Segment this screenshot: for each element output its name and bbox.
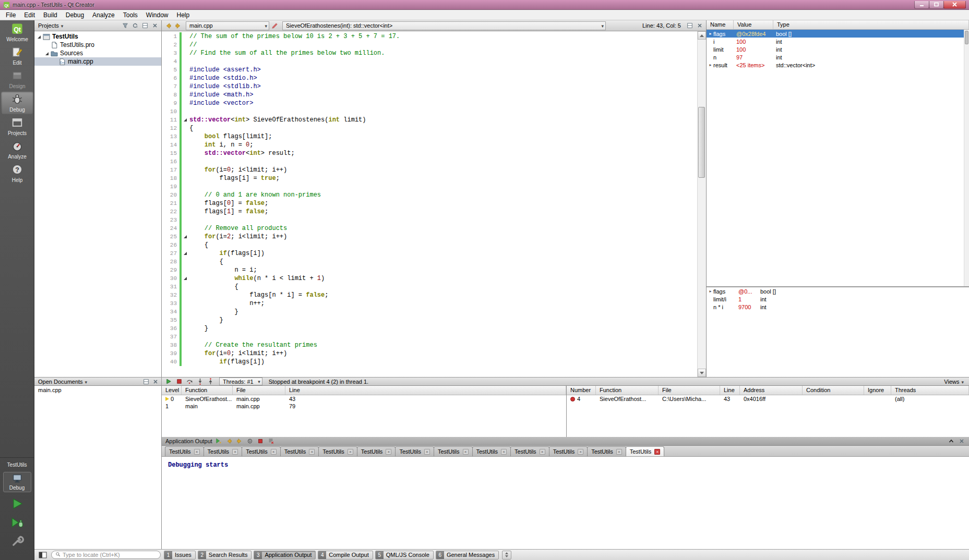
column-header-threads[interactable]: Threads [891,386,969,395]
output-tab-10[interactable]: TestUtils× [549,446,588,456]
mode-design[interactable]: Design [1,68,33,91]
column-header-type[interactable]: Type [773,20,969,29]
code-line-6[interactable]: 6#include <stdio.h> [162,74,697,82]
column-header-ignore[interactable]: Ignore [864,386,891,395]
output-tab-0[interactable]: TestUtils× [165,446,204,456]
menu-file[interactable]: File [2,10,20,20]
breakpoint-icon[interactable] [570,397,575,401]
pane-button-qml-js-console[interactable]: 5QML/JS Console [375,551,434,559]
code-line-20[interactable]: 20 // 0 and 1 are known non-primes [162,191,697,199]
line-number[interactable]: 3 [162,49,180,57]
code-line-21[interactable]: 21 flags[0] = false; [162,199,697,208]
code-line-4[interactable]: 4 [162,57,697,66]
line-number[interactable]: 18 [162,174,180,182]
line-number[interactable]: 12 [162,124,180,132]
step-out-icon[interactable] [206,378,214,385]
split-editor-icon[interactable] [685,21,694,30]
line-number[interactable]: 10 [162,107,180,116]
clear-output-icon[interactable] [267,437,275,445]
tab-close-icon[interactable]: × [194,449,200,455]
code-line-7[interactable]: 7#include <stdlib.h> [162,82,697,91]
code-line-25[interactable]: 25 for(i=2; i<limit; i++) [162,233,697,241]
line-number[interactable]: 6 [162,74,180,82]
line-number[interactable]: 13 [162,132,180,141]
tab-close-icon[interactable]: × [232,449,238,455]
locator[interactable] [51,551,161,559]
stop-debugger-icon[interactable] [175,378,183,385]
menu-window[interactable]: Window [142,10,173,20]
line-number[interactable]: 9 [162,99,180,107]
expand-icon[interactable]: ▸ [708,31,713,36]
code-line-36[interactable]: 36 } [162,324,697,333]
line-number[interactable]: 39 [162,349,180,358]
mode-debug[interactable]: Debug [1,91,33,114]
line-number[interactable]: 1 [162,32,180,41]
line-number[interactable]: 27 [162,249,180,258]
code-line-35[interactable]: 35 } [162,316,697,324]
expression-row-flags[interactable]: ▸flags@0...bool [] [707,287,969,295]
tab-close-icon[interactable]: × [386,449,391,455]
code-line-39[interactable]: 39 for(i=0; i<limit; i++) [162,349,697,358]
code-line-38[interactable]: 38 // Create the resultant primes [162,341,697,349]
expression-row-limit-i[interactable]: limit/i1int [707,295,969,303]
column-header-name[interactable]: Name [707,20,734,29]
output-pane-up-down[interactable] [502,551,511,559]
column-header-function[interactable]: Function [182,386,233,395]
build-button[interactable] [9,534,25,549]
code-line-14[interactable]: 14 int i, n = 0; [162,141,697,149]
threads-combo[interactable]: Threads: #1 [219,378,262,385]
code-line-33[interactable]: 33 n++; [162,299,697,308]
column-header-line[interactable]: Line [720,386,740,395]
line-number[interactable]: 5 [162,66,180,74]
mode-edit[interactable]: Edit [1,44,33,67]
code-line-11[interactable]: 11std::vector<int> SieveOfErathostenes(i… [162,116,697,124]
back-icon[interactable] [164,21,173,30]
code-line-16[interactable]: 16 [162,157,697,166]
column-header-address[interactable]: Address [740,386,803,395]
output-tab-1[interactable]: TestUtils× [204,446,243,456]
output-tab-5[interactable]: TestUtils× [357,446,396,456]
split-icon[interactable] [142,378,150,385]
output-tab-4[interactable]: TestUtils× [318,446,357,456]
line-number[interactable]: 29 [162,266,180,274]
pane-button-issues[interactable]: 1Issues [164,551,196,559]
pane-button-compile-output[interactable]: 4Compile Output [318,551,373,559]
menu-help[interactable]: Help [173,10,194,20]
code-line-40[interactable]: 40 if(flags[i]) [162,358,697,366]
scrollbar-thumb[interactable] [698,107,705,178]
breakpoint-row-0[interactable]: 4SieveOfErathost...C:\Users\Micha...430x… [567,395,969,403]
tab-close-icon[interactable]: × [424,449,430,455]
sync-with-editor-icon[interactable] [130,21,139,30]
output-tab-3[interactable]: TestUtils× [280,446,319,456]
expander-icon[interactable] [44,51,50,56]
run-button[interactable] [9,496,25,511]
tab-close-icon[interactable]: × [540,449,545,455]
editor-scrollbar[interactable] [697,31,706,377]
line-number[interactable]: 25 [162,233,180,241]
close-button[interactable] [943,1,966,9]
line-number[interactable]: 14 [162,141,180,149]
column-header-line[interactable]: Line [285,386,566,395]
code-line-29[interactable]: 29 n = i; [162,266,697,274]
code-editor[interactable]: 1// The sum of the primes below 10 is 2 … [162,31,706,377]
code-line-15[interactable]: 15 std::vector<int> result; [162,149,697,157]
line-number[interactable]: 26 [162,241,180,249]
code-line-23[interactable]: 23 [162,216,697,224]
line-number[interactable]: 23 [162,216,180,224]
line-number[interactable]: 8 [162,91,180,99]
forward-icon[interactable] [174,21,183,30]
next-output-icon[interactable] [236,437,244,445]
code-line-13[interactable]: 13 bool flags[limit]; [162,132,697,141]
locals-scrollbar[interactable] [964,30,969,286]
line-number[interactable]: 38 [162,341,180,349]
fold-icon[interactable] [184,277,187,280]
line-number[interactable]: 4 [162,57,180,66]
pane-button-search-results[interactable]: 2Search Results [198,551,252,559]
output-tab-9[interactable]: TestUtils× [510,446,549,456]
rerun-icon[interactable] [215,437,223,445]
fold-icon[interactable] [184,235,187,238]
stack-frame-row-0[interactable]: 0SieveOfErathost...main.cpp43 [162,395,566,403]
code-line-1[interactable]: 1// The sum of the primes below 10 is 2 … [162,32,697,41]
tab-close-icon[interactable]: × [616,449,622,455]
local-row-limit[interactable]: limit100int [707,45,969,53]
